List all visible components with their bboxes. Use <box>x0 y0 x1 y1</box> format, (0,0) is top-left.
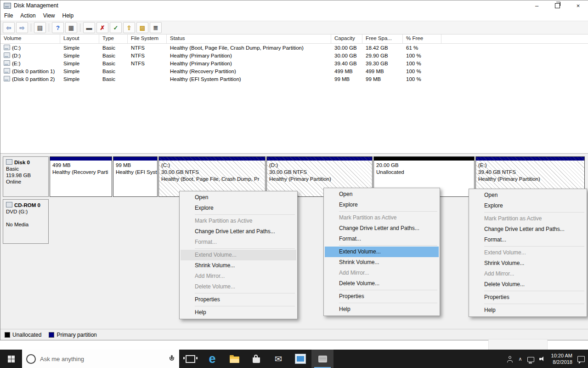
volume-row-3[interactable]: (Disk 0 partition 1)SimpleBasicHealthy (… <box>0 67 588 75</box>
partition-499-mb[interactable]: 499 MBHealthy (Recovery Parti <box>50 156 112 197</box>
windows-logo-icon <box>8 356 15 362</box>
menu-item-help[interactable]: Help <box>181 307 296 318</box>
cell-capacity: 30.00 GB <box>331 53 362 58</box>
column-header-filler <box>441 34 588 43</box>
cell-layout: Simple <box>60 53 99 58</box>
menu-separator <box>339 211 437 212</box>
network-icon[interactable] <box>527 357 534 362</box>
menu-item-open[interactable]: Open <box>181 192 296 203</box>
disk0-label-panel[interactable]: Disk 0 Basic 119.98 GB Online <box>3 156 49 197</box>
menu-item-mark-partition-as-active[interactable]: Mark Partition as Active <box>181 216 296 226</box>
cdrom-label-panel[interactable]: CD-ROM 0 DVD (G:) No Media <box>3 199 49 244</box>
menu-item-extend-volume[interactable]: Extend Volume... <box>470 247 586 258</box>
details-view-icon[interactable]: ≣ <box>150 22 162 33</box>
cell-free-space: 18.42 GB <box>362 45 403 51</box>
search-box[interactable]: Ask me anything <box>22 350 179 368</box>
menu-file[interactable]: File <box>0 11 17 20</box>
new-folder-icon[interactable]: ▨ <box>136 22 148 33</box>
menu-item-open[interactable]: Open <box>470 190 586 201</box>
column-header-status[interactable]: Status <box>167 34 331 43</box>
menu-item-add-mirror[interactable]: Add Mirror... <box>470 269 586 279</box>
menu-item-format[interactable]: Format... <box>181 237 296 247</box>
menu-item-explore[interactable]: Explore <box>470 201 586 211</box>
open-folder-icon[interactable]: ⇧ <box>123 22 135 33</box>
store-button[interactable] <box>245 350 267 368</box>
cell-file-system: NTFS <box>128 53 167 58</box>
cell-volume: (Disk 0 partition 1) <box>0 68 60 74</box>
task-view-button[interactable] <box>179 350 201 368</box>
menu-item-delete-volume[interactable]: Delete Volume... <box>325 278 439 289</box>
partition-color-bar <box>476 157 584 161</box>
menu-item-format[interactable]: Format... <box>325 234 439 244</box>
menu-item-extend-volume[interactable]: Extend Volume... <box>181 250 296 260</box>
partition-label-line: 30.00 GB NTFS <box>269 169 370 176</box>
menu-item-add-mirror[interactable]: Add Mirror... <box>181 271 296 282</box>
disk-management-app-button[interactable] <box>311 350 334 368</box>
partition-99-mb[interactable]: 99 MBHealthy (EFI Syst <box>113 156 158 197</box>
mark-active-icon[interactable]: ✓ <box>110 22 122 33</box>
action-center-icon[interactable] <box>577 356 585 362</box>
menu-item-mark-partition-as-active[interactable]: Mark Partition as Active <box>470 213 586 224</box>
edge-button[interactable]: e <box>201 350 223 368</box>
menu-item-format[interactable]: Format... <box>470 235 586 245</box>
help-icon[interactable]: ? <box>52 22 64 33</box>
window-controls: – × <box>526 0 588 11</box>
partition-text: (C:)30.00 GB NTFSHealthy (Boot, Page Fil… <box>159 161 265 184</box>
volume-row-1[interactable]: (D:)SimpleBasicNTFSHealthy (Primary Part… <box>0 52 588 59</box>
menu-item-properties[interactable]: Properties <box>325 291 439 302</box>
column-header-volume[interactable]: Volume <box>0 34 60 43</box>
menu-separator <box>195 214 295 215</box>
menu-item-properties[interactable]: Properties <box>470 292 586 303</box>
minimize-button[interactable]: – <box>526 0 547 11</box>
menu-item-properties[interactable]: Properties <box>181 294 296 305</box>
back-icon[interactable]: ⇦ <box>3 22 15 33</box>
menu-view[interactable]: View <box>40 11 59 20</box>
menu-item-extend-volume[interactable]: Extend Volume... <box>325 247 439 257</box>
column-header-file-system[interactable]: File System <box>128 34 167 43</box>
file-explorer-button[interactable] <box>223 350 245 368</box>
photos-app-button[interactable] <box>289 350 311 368</box>
start-button[interactable] <box>0 350 22 368</box>
menu-item-shrink-volume[interactable]: Shrink Volume... <box>325 257 439 268</box>
show-tree-icon[interactable]: ▤ <box>34 22 46 33</box>
menu-item-delete-volume[interactable]: Delete Volume... <box>470 279 586 290</box>
menu-item-explore[interactable]: Explore <box>325 200 439 210</box>
delete-volume-icon[interactable]: ✗ <box>96 22 108 33</box>
clock[interactable]: 10:20 AM 8/2/2018 <box>551 352 572 365</box>
column-header-type[interactable]: Type <box>99 34 128 43</box>
people-icon[interactable] <box>507 356 513 362</box>
menu-item-change-drive-letter-and-paths[interactable]: Change Drive Letter and Paths... <box>325 223 439 234</box>
column-header-layout[interactable]: Layout <box>60 34 99 43</box>
volume-icon[interactable] <box>539 356 546 362</box>
menu-item-change-drive-letter-and-paths[interactable]: Change Drive Letter and Paths... <box>470 224 586 235</box>
volume-row-4[interactable]: (Disk 0 partition 2)SimpleBasicHealthy (… <box>0 75 588 83</box>
screen-icon[interactable]: ▬ <box>83 22 95 33</box>
column-header-free[interactable]: % Free <box>403 34 441 43</box>
menu-item-shrink-volume[interactable]: Shrink Volume... <box>181 260 296 271</box>
volume-row-2[interactable]: (E:)SimpleBasicNTFSHealthy (Primary Part… <box>0 59 588 67</box>
chevron-up-icon[interactable]: ∧ <box>518 356 522 362</box>
menu-item-help[interactable]: Help <box>470 305 586 316</box>
menu-item-mark-partition-as-active[interactable]: Mark Partition as Active <box>325 213 439 223</box>
volume-list-body: (C:)SimpleBasicNTFSHealthy (Boot, Page F… <box>0 44 588 83</box>
menu-item-open[interactable]: Open <box>325 189 439 200</box>
restore-button[interactable] <box>547 0 568 11</box>
microphone-icon[interactable] <box>169 355 175 363</box>
column-header-free-spa[interactable]: Free Spa... <box>362 34 403 43</box>
menu-item-add-mirror[interactable]: Add Mirror... <box>325 268 439 278</box>
menu-item-delete-volume[interactable]: Delete Volume... <box>181 282 296 292</box>
column-header-capacity[interactable]: Capacity <box>331 34 362 43</box>
menu-item-help[interactable]: Help <box>325 304 439 315</box>
menu-help[interactable]: Help <box>59 11 78 20</box>
menu-item-shrink-volume[interactable]: Shrink Volume... <box>470 258 586 269</box>
console-icon[interactable]: ▦ <box>65 22 77 33</box>
menu-item-change-drive-letter-and-paths[interactable]: Change Drive Letter and Paths... <box>181 226 296 237</box>
forward-icon[interactable]: ⇨ <box>16 22 28 33</box>
close-button[interactable]: × <box>568 0 588 11</box>
cell-type: Basic <box>99 76 128 82</box>
mail-button[interactable]: ✉ <box>267 350 289 368</box>
menu-action[interactable]: Action <box>17 11 39 20</box>
cell-percent-free: 100 % <box>403 53 441 58</box>
volume-row-0[interactable]: (C:)SimpleBasicNTFSHealthy (Boot, Page F… <box>0 44 588 52</box>
menu-item-explore[interactable]: Explore <box>181 203 296 213</box>
